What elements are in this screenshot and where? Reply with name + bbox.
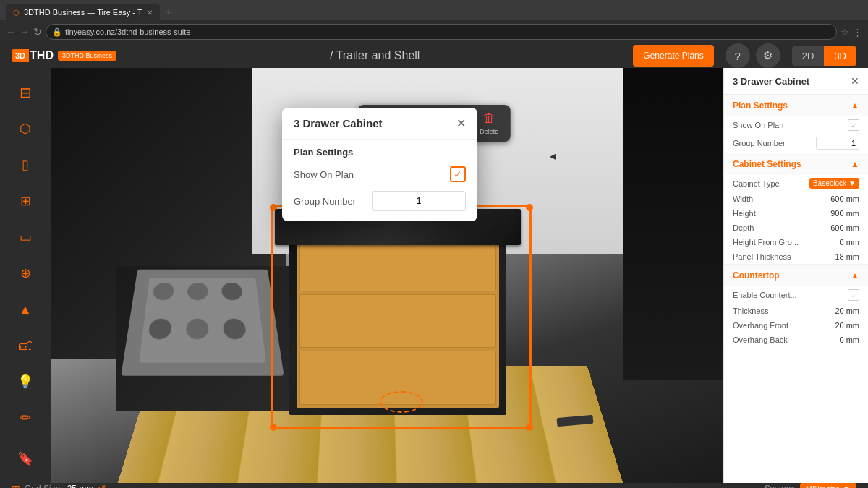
nav-reload-button[interactable]: ↻ <box>33 26 42 38</box>
tab-close-icon[interactable]: ✕ <box>147 9 153 17</box>
lock-icon: 🔒 <box>52 27 62 37</box>
right-panel-close-button[interactable]: ✕ <box>851 75 859 87</box>
rp-width-label: Width <box>733 194 753 203</box>
popup-group-number-input[interactable] <box>372 191 466 211</box>
rp-cabinet-type-dropdown[interactable]: Baseblock ▼ <box>809 178 859 189</box>
settings-icon-circle[interactable]: ⚙ <box>756 43 780 68</box>
browser-bookmark-icon[interactable]: ☆ <box>841 27 849 38</box>
system-label: System: <box>765 484 796 488</box>
delete-label: Delete <box>480 128 498 135</box>
popup-close-button[interactable]: ✕ <box>456 116 466 130</box>
rp-height-row: Height 900 mm <box>724 206 868 221</box>
rp-height-label: Height <box>733 209 756 218</box>
rp-overhang-back-value: 0 mm <box>840 335 860 344</box>
status-bar: ⊞ Grid Size: 25 mm ↺ System: Millimetre … <box>0 483 868 488</box>
rp-countertop-collapse-icon: ▲ <box>851 270 859 281</box>
sidebar-icon-light[interactable]: 💡 <box>9 366 41 398</box>
tab-favicon: ⬡ <box>13 9 20 17</box>
rp-group-number-row: Group Number <box>724 134 868 153</box>
sidebar-icon-door[interactable]: ▯ <box>9 149 41 181</box>
rp-countertop-title: Countertop <box>733 270 780 281</box>
browser-tab-active[interactable]: ⬡ 3DTHD Business — Tire Easy - T ✕ <box>6 4 160 20</box>
stove-grill <box>121 270 284 376</box>
system-dropdown[interactable]: Millimetre ▼ <box>800 483 856 488</box>
rp-panel-thickness-value: 18 mm <box>835 252 859 261</box>
popup-group-number-label: Group Number <box>294 196 356 207</box>
sidebar-icon-cube[interactable]: ⬡ <box>9 113 41 145</box>
connector-arrow: ◂ <box>550 149 556 163</box>
rp-cabinet-settings-section: Cabinet Settings ▲ Cabinet Type Basebloc… <box>724 153 868 265</box>
generate-plans-button[interactable]: Generate Plans <box>633 45 713 67</box>
browser-controls: ← → ↻ 🔒 tinyeasy.co.nz/3dthd-business-su… <box>0 20 868 43</box>
new-tab-button[interactable]: + <box>163 6 175 19</box>
rp-countertop-header[interactable]: Countertop ▲ <box>724 265 868 286</box>
nav-back-button[interactable]: ← <box>6 26 16 38</box>
popup-show-on-plan-checkbox[interactable]: ✓ <box>450 166 466 182</box>
header-title: / Trailer and Shell <box>128 49 621 62</box>
rp-thickness-row: Thickness 20 mm <box>724 304 868 318</box>
view-3d-button[interactable]: 3D <box>824 46 856 66</box>
browser-menu-icon[interactable]: ⋮ <box>853 27 862 38</box>
rp-cabinet-type-label: Cabinet Type <box>733 179 780 188</box>
rp-overhang-front-value: 20 mm <box>835 321 859 330</box>
nav-forward-button[interactable]: → <box>20 26 30 38</box>
rp-width-value: 600 mm <box>830 194 859 203</box>
rp-plan-settings-collapse-icon: ▲ <box>851 100 859 111</box>
rp-overhang-back-row: Overhang Back 0 mm <box>724 333 868 347</box>
sidebar-icon-bookmark[interactable]: 🔖 <box>9 442 41 474</box>
right-panel-header: 3 Drawer Cabinet ✕ <box>724 68 868 95</box>
address-bar[interactable]: 🔒 tinyeasy.co.nz/3dthd-business-suite <box>46 24 837 40</box>
right-panel-title: 3 Drawer Cabinet <box>733 76 809 87</box>
rp-show-on-plan-row: Show On Plan ✓ <box>724 116 868 134</box>
rp-height-from-gro-label: Height From Gro... <box>733 238 799 247</box>
cabinet-selected[interactable] <box>289 227 506 415</box>
sidebar-icon-paint[interactable]: ✏ <box>9 402 41 434</box>
rp-group-number-label: Group Number <box>733 139 786 147</box>
rp-plan-settings-header[interactable]: Plan Settings ▲ <box>724 95 868 116</box>
top-right-icons: ? ⚙ <box>726 43 780 68</box>
rp-group-number-input[interactable] <box>816 137 859 150</box>
sidebar-icon-sofa[interactable]: 🛋 <box>9 330 41 361</box>
rp-thickness-value: 20 mm <box>835 307 859 315</box>
grid-reset-button[interactable]: ↺ <box>98 483 106 488</box>
sidebar-icon-rectangle[interactable]: ▭ <box>9 221 41 253</box>
rp-enable-countertop-label: Enable Countert... <box>733 291 797 299</box>
left-sidebar: ⊟ ⬡ ▯ ⊞ ▭ ⊕ ▲ 🛋 💡 ✏ 🔖 <box>0 68 51 483</box>
rp-overhang-front-row: Overhang Front 20 mm <box>724 318 868 333</box>
rp-cabinet-type-chevron-icon: ▼ <box>848 179 856 187</box>
rp-plan-settings-section: Plan Settings ▲ Show On Plan ✓ Group Num… <box>724 95 868 153</box>
browser-chrome: ⬡ 3DTHD Business — Tire Easy - T ✕ + ← →… <box>0 0 868 43</box>
wall-right <box>623 68 724 380</box>
browser-tabs-bar: ⬡ 3DTHD Business — Tire Easy - T ✕ + <box>0 0 868 20</box>
delete-icon: 🗑 <box>482 111 495 126</box>
popup-show-on-plan-label: Show On Plan <box>294 169 354 180</box>
rp-cabinet-settings-header[interactable]: Cabinet Settings ▲ <box>724 153 868 175</box>
logo-3d-icon: 3DTHD <box>12 49 54 62</box>
rp-overhang-back-label: Overhang Back <box>733 335 788 344</box>
sidebar-icon-triangle[interactable]: ▲ <box>9 294 41 325</box>
grid-size-label: Grid Size: <box>25 484 63 488</box>
popup-plan-settings-title: Plan Settings <box>282 140 477 162</box>
delete-tool[interactable]: 🗑 Delete <box>480 111 498 136</box>
rp-width-row: Width 600 mm <box>724 192 868 206</box>
rp-show-on-plan-checkbox[interactable]: ✓ <box>848 119 859 131</box>
popup-group-number-row: Group Number <box>282 187 477 221</box>
sidebar-icon-grid[interactable]: ⊞ <box>9 185 41 217</box>
rp-countertop-section: Countertop ▲ Enable Countert... ✓ Thickn… <box>724 265 868 347</box>
help-icon-circle[interactable]: ? <box>726 43 750 68</box>
popup-show-on-plan-row: Show On Plan ✓ <box>282 162 477 187</box>
view-2d-button[interactable]: 2D <box>792 46 825 66</box>
rp-depth-row: Depth 600 mm <box>724 221 868 235</box>
sidebar-icon-layers2[interactable]: ⊕ <box>9 257 41 289</box>
sidebar-icon-layers[interactable]: ⊟ <box>9 77 41 108</box>
grid-size-value: 25 mm <box>67 484 94 488</box>
rp-enable-countertop-checkbox[interactable]: ✓ <box>848 289 859 301</box>
rp-cabinet-type-value: Baseblock <box>813 179 846 187</box>
system-dropdown-chevron-icon: ▼ <box>843 484 851 488</box>
rp-depth-label: Depth <box>733 223 754 232</box>
rp-thickness-label: Thickness <box>733 307 769 315</box>
logo-badge: 3DTHD Business <box>58 51 116 61</box>
tab-label: 3DTHD Business — Tire Easy - T <box>24 8 142 17</box>
view-toggle: 2D 3D <box>792 46 856 66</box>
app-container: 3DTHD 3DTHD Business / Trailer and Shell… <box>0 43 868 488</box>
